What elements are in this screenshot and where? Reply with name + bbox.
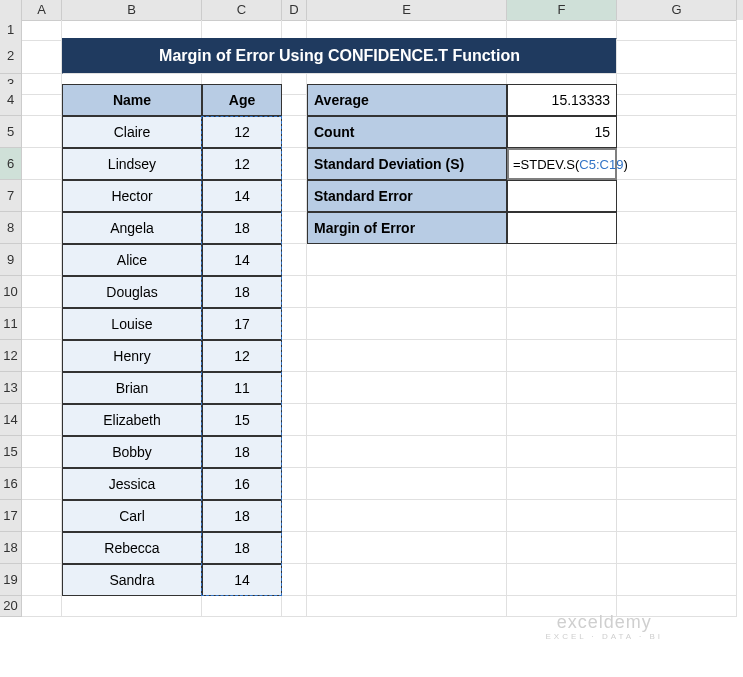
formula-cell-stddev[interactable]: =STDEV.S(C5:C19) [507,148,617,180]
name-cell[interactable]: Douglas [62,276,202,308]
name-cell[interactable]: Jessica [62,468,202,500]
name-cell[interactable]: Louise [62,308,202,340]
age-cell[interactable]: 17 [202,308,282,340]
age-cell[interactable]: 15 [202,404,282,436]
row-header[interactable]: 10 [0,276,22,308]
stat-value-average[interactable]: 15.13333 [507,84,617,116]
row-header[interactable]: 13 [0,372,22,404]
stat-value-moe[interactable] [507,212,617,244]
row-header[interactable]: 9 [0,244,22,276]
name-cell[interactable]: Carl [62,500,202,532]
age-cell[interactable]: 18 [202,532,282,564]
name-cell[interactable]: Sandra [62,564,202,596]
name-cell[interactable]: Rebecca [62,532,202,564]
watermark-main: exceldemy [557,612,652,632]
row-header[interactable]: 4 [0,84,22,116]
name-cell[interactable]: Elizabeth [62,404,202,436]
stat-label-moe: Margin of Error [307,212,507,244]
stat-label-stderr: Standard Error [307,180,507,212]
name-cell[interactable]: Lindsey [62,148,202,180]
name-cell[interactable]: Henry [62,340,202,372]
row-header[interactable]: 20 [0,596,22,617]
col-header-f[interactable]: F [507,0,617,21]
row-header[interactable]: 14 [0,404,22,436]
stat-label-stddev: Standard Deviation (S) [307,148,507,180]
age-cell[interactable]: 18 [202,436,282,468]
name-cell[interactable]: Hector [62,180,202,212]
page-title: Margin of Error Using CONFIDENCE.T Funct… [62,38,617,74]
table-header-age: Age [202,84,282,116]
name-cell[interactable]: Claire [62,116,202,148]
row-header[interactable]: 8 [0,212,22,244]
row-header[interactable]: 7 [0,180,22,212]
col-header-a[interactable]: A [22,0,62,21]
col-header-c[interactable]: C [202,0,282,21]
table-header-name: Name [62,84,202,116]
col-header-d[interactable]: D [282,0,307,21]
age-cell[interactable]: 14 [202,244,282,276]
name-cell[interactable]: Angela [62,212,202,244]
name-cell[interactable]: Alice [62,244,202,276]
row-header[interactable]: 18 [0,532,22,564]
col-header-b[interactable]: B [62,0,202,21]
col-header-e[interactable]: E [307,0,507,21]
row-header[interactable]: 12 [0,340,22,372]
row-header[interactable]: 6 [0,148,22,180]
stat-value-stderr[interactable] [507,180,617,212]
col-header-g[interactable]: G [617,0,737,21]
age-cell[interactable]: 11 [202,372,282,404]
row-header[interactable]: 15 [0,436,22,468]
age-cell[interactable]: 18 [202,500,282,532]
age-cell[interactable]: 12 [202,148,282,180]
row-header[interactable]: 16 [0,468,22,500]
name-cell[interactable]: Brian [62,372,202,404]
watermark-sub: EXCEL · DATA · BI [545,633,663,642]
row-header[interactable]: 11 [0,308,22,340]
stat-value-count[interactable]: 15 [507,116,617,148]
spreadsheet-body: 1 2 Margin of Error Using CONFIDENCE.T F… [0,20,743,614]
row-header[interactable]: 17 [0,500,22,532]
age-cell[interactable]: 16 [202,468,282,500]
stat-label-count: Count [307,116,507,148]
age-cell[interactable]: 18 [202,276,282,308]
age-cell[interactable]: 14 [202,180,282,212]
row-header[interactable]: 19 [0,564,22,596]
age-cell[interactable]: 14 [202,564,282,596]
row-header[interactable]: 2 [0,38,22,74]
name-cell[interactable]: Bobby [62,436,202,468]
select-all-corner[interactable] [0,0,22,21]
formula-text: =STDEV.S(C5:C19) [513,157,628,172]
age-cell[interactable]: 18 [202,212,282,244]
stat-label-average: Average [307,84,507,116]
column-headers: A B C D E F G [0,0,743,20]
age-cell[interactable]: 12 [202,340,282,372]
watermark: exceldemy EXCEL · DATA · BI [545,613,663,642]
row-header[interactable]: 5 [0,116,22,148]
age-cell[interactable]: 12 [202,116,282,148]
